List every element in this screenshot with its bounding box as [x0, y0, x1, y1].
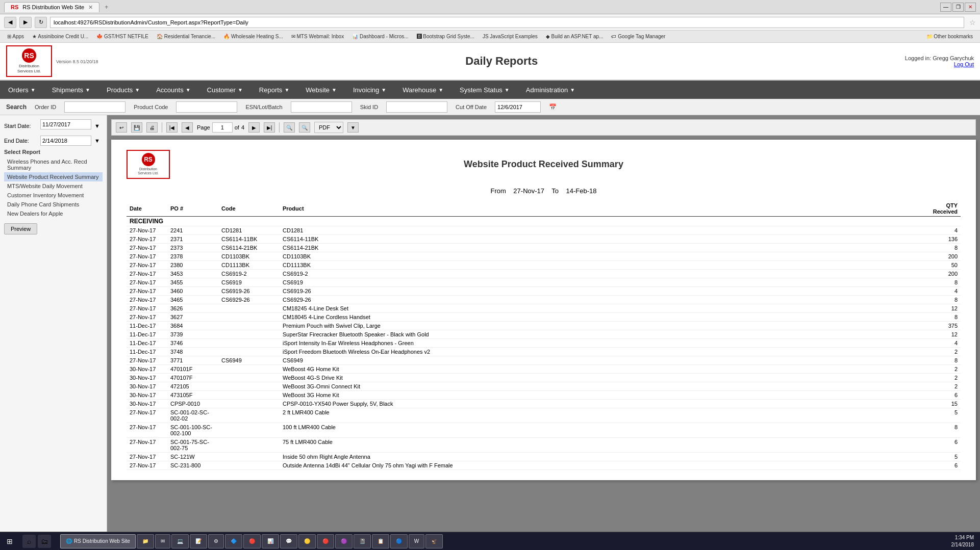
taskbar-misc6-app[interactable]: 📓 [354, 534, 371, 548]
start-date-calendar-icon[interactable]: ▼ [94, 123, 100, 129]
back-btn[interactable]: ◀ [4, 17, 16, 28]
taskbar-ps-app[interactable]: 🔷 [225, 534, 242, 548]
toolbar-export-btn[interactable]: ▼ [347, 122, 359, 133]
report-mts[interactable]: MTS/Website Daily Movement [4, 181, 103, 191]
row-date: 27-Nov-17 [127, 356, 167, 364]
taskbar-misc1-app[interactable]: 📊 [262, 534, 279, 548]
nav-customer[interactable]: Customer ▼ [199, 81, 251, 99]
cut-off-date-input[interactable] [495, 101, 541, 113]
taskbar-notes-app[interactable]: 📝 [190, 534, 207, 548]
bookmark-mts[interactable]: ✉ MTS Webmail: Inbox [288, 33, 347, 40]
row-qty: 8 [930, 423, 961, 437]
report-website-product[interactable]: Website Product Received Summary [4, 172, 103, 181]
skid-id-input[interactable] [386, 101, 447, 113]
toolbar-print-btn[interactable]: 🖨 [146, 122, 158, 133]
nav-reports[interactable]: Reports ▼ [251, 81, 297, 99]
row-code [218, 399, 280, 408]
nav-warehouse[interactable]: Warehouse ▼ [394, 81, 451, 99]
nav-products-label: Products [107, 86, 133, 94]
nav-accounts[interactable]: Accounts ▼ [148, 81, 198, 99]
nav-orders[interactable]: Orders ▼ [0, 81, 44, 99]
nav-invoicing[interactable]: Invoicing ▼ [345, 81, 394, 99]
bookmark-dashboard[interactable]: 📊 Dashboard - Micros... [349, 33, 411, 40]
preview-button[interactable]: Preview [4, 223, 37, 234]
report-new-dealers[interactable]: New Dealers for Apple [4, 209, 103, 218]
cut-off-date-calendar-icon[interactable]: 📅 [549, 103, 557, 111]
taskbar-misc8-app[interactable]: 🔵 [390, 534, 408, 548]
nav-shipments[interactable]: Shipments ▼ [44, 81, 98, 99]
bookmark-residential[interactable]: 🏠 Residential Tenancie... [154, 33, 218, 40]
table-row: 30-Nov-17 470107F WeBoost 4G-S Drive Kit… [127, 373, 961, 382]
row-code [218, 312, 280, 321]
new-tab-btn[interactable]: + [102, 3, 111, 12]
taskbar-misc3-app[interactable]: 🟡 [298, 534, 316, 548]
row-product: WeBoost 3G-Omni Connect Kit [280, 382, 930, 390]
taskbar-task-view-icon[interactable]: 🗂 [38, 535, 51, 548]
taskbar-mail-app[interactable]: ✉ [155, 534, 170, 548]
product-code-input[interactable] [176, 101, 237, 113]
bookmark-apps[interactable]: ⊞ Apps [4, 33, 27, 40]
taskbar-misc9-app[interactable]: 🦅 [425, 534, 443, 548]
bookmark-js[interactable]: JS JavaScript Examples [480, 33, 541, 40]
report-daily-phone[interactable]: Daily Phone Card Shipments [4, 200, 103, 209]
taskbar-misc4-app[interactable]: 🔴 [317, 534, 334, 548]
table-row: 27-Nov-17 SC-001-02-SC-002-02 2 ft LMR40… [127, 408, 961, 423]
esn-input[interactable] [291, 101, 352, 113]
bookmark-other[interactable]: 📁 Other bookmarks [923, 33, 976, 40]
end-date-calendar-icon[interactable]: ▼ [94, 138, 100, 144]
nav-system-status[interactable]: System Status ▼ [451, 81, 518, 99]
toolbar-first-btn[interactable]: |◀ [166, 122, 178, 133]
bookmark-aspnet[interactable]: ◆ Build an ASP.NET ap... [543, 33, 607, 40]
nav-administration[interactable]: Administration ▼ [518, 81, 583, 99]
refresh-btn[interactable]: ↻ [35, 17, 47, 28]
start-button[interactable]: ⊞ [2, 534, 17, 549]
page-number-input[interactable] [212, 122, 233, 133]
toolbar-prev-btn[interactable]: ◀ [182, 122, 193, 133]
toolbar-zoom-out-btn[interactable]: 🔍 [299, 122, 310, 133]
address-input[interactable] [50, 17, 964, 28]
bookmark-gst[interactable]: 🍁 GST/HST NETFILE [93, 33, 152, 40]
taskbar-misc2-app[interactable]: 💬 [280, 534, 297, 548]
row-qty: 5 [930, 408, 961, 423]
minimize-btn[interactable]: — [940, 3, 951, 12]
taskbar-word-app[interactable]: W [409, 534, 424, 548]
toolbar-last-btn[interactable]: ▶| [264, 122, 275, 133]
taskbar-misc7-app[interactable]: 📋 [372, 534, 389, 548]
forward-btn[interactable]: ▶ [19, 17, 32, 28]
toolbar-next-btn[interactable]: ▶ [248, 122, 260, 133]
taskbar-search-icon[interactable]: ⌕ [22, 535, 36, 548]
order-id-input[interactable] [64, 101, 125, 113]
browser-tab[interactable]: RS RS Distribution Web Site ✕ [4, 2, 99, 12]
close-btn[interactable]: ✕ [965, 3, 976, 12]
from-date: 27-Nov-17 [513, 187, 544, 195]
end-date-input[interactable] [40, 136, 91, 146]
taskbar-misc5-app[interactable]: 🟣 [335, 534, 353, 548]
start-date-input[interactable] [40, 119, 91, 129]
bookmark-assiniboine[interactable]: ★ Assiniboine Credit U... [29, 33, 91, 40]
bookmark-wholesale[interactable]: 🔥 Wholesale Heating S... [220, 33, 286, 40]
taskbar-explorer-app[interactable]: 📁 [137, 534, 154, 548]
toolbar-zoom-in-btn[interactable]: 🔍 [284, 122, 295, 133]
report-wireless[interactable]: Wireless Phones and Acc. Recd Summary [4, 157, 103, 172]
nav-products[interactable]: Products ▼ [98, 81, 148, 99]
toolbar-save-btn[interactable]: 💾 [131, 122, 142, 133]
toolbar-back-btn[interactable]: ↩ [116, 122, 127, 133]
bookmark-bootstrap[interactable]: 🅱 Bootstrap Grid Syste... [414, 33, 478, 40]
row-po: 3748 [167, 347, 218, 356]
cut-off-date-label: Cut Off Date [456, 104, 487, 110]
tab-close-icon[interactable]: ✕ [88, 4, 93, 11]
taskbar-dev-app[interactable]: 💻 [171, 534, 189, 548]
taskbar-browser-app[interactable]: 🌐 RS Distribution Web Site [60, 534, 136, 548]
report-customer-inventory[interactable]: Customer Inventory Movement [4, 191, 103, 200]
restore-btn[interactable]: ❐ [952, 3, 964, 12]
taskbar-settings-app[interactable]: ⚙ [208, 534, 224, 548]
taskbar-chrome-app[interactable]: 🔴 [243, 534, 261, 548]
logout-link[interactable]: Log Out [954, 61, 974, 67]
bookmark-gtm[interactable]: 🏷 Google Tag Manager [608, 33, 668, 40]
search-bar: Search Order ID Product Code ESN/Lot/Bat… [0, 99, 980, 115]
export-format-select[interactable]: PDF Excel Word CSV [314, 122, 343, 133]
nav-website[interactable]: Website ▼ [297, 81, 345, 99]
row-code: CS6949 [218, 356, 280, 364]
bookmark-star-icon[interactable]: ☆ [969, 18, 976, 27]
row-product: CM18045 4-Line Cordless Handset [280, 312, 930, 321]
